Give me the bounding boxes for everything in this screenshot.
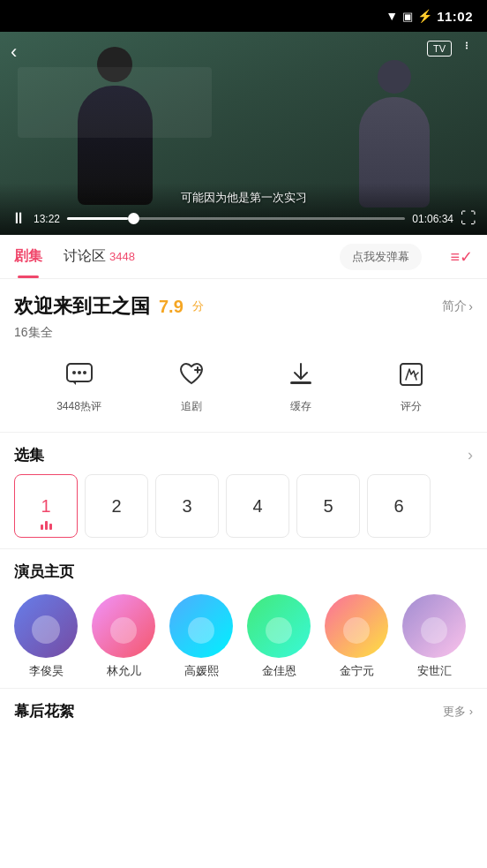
intro-link[interactable]: 简介 ›: [442, 298, 473, 314]
cast-item-6[interactable]: 安世汇: [402, 594, 466, 679]
danmu-list-icon[interactable]: ≡✓: [450, 247, 473, 267]
cast-item-1[interactable]: 李俊昊: [14, 594, 78, 679]
cast-avatar-1: [14, 594, 78, 658]
follow-label: 追剧: [181, 399, 202, 414]
select-episode-header: 选集 ›: [14, 433, 473, 474]
cast-item-5[interactable]: 金宁元: [325, 594, 388, 679]
signal-icon: ▣: [402, 10, 413, 23]
svg-rect-6: [290, 381, 311, 384]
progress-bar[interactable]: [67, 217, 405, 220]
main-content: 欢迎来到王之国 7.9 分 简介 › 16集全 3448热评: [0, 279, 487, 734]
show-title: 欢迎来到王之国: [14, 293, 150, 320]
rate-icon: [392, 355, 431, 394]
rate-button[interactable]: 评分: [392, 355, 431, 414]
cast-avatar-6: [402, 594, 466, 658]
show-rating: 7.9: [159, 297, 184, 317]
cast-avatar-3: [169, 594, 233, 658]
bts-more-link[interactable]: 更多 ›: [443, 704, 473, 720]
show-title-row: 欢迎来到王之国 7.9 分 简介 ›: [14, 293, 473, 320]
cast-scroll: 李俊昊 林允儿 高媛熙: [14, 594, 473, 679]
episode-num-4: 4: [252, 496, 262, 517]
time-elapsed: 13:22: [34, 213, 60, 225]
tab-discussion[interactable]: 讨论区 3448: [64, 235, 135, 278]
video-player: ‹ TV ··· 可能因为他是第一次实习 ⏸ 13:22 01:06:34 ⛶: [0, 32, 487, 235]
tabs-bar: 剧集 讨论区 3448 点我发弹幕 ≡✓: [0, 235, 487, 279]
cast-name-2: 林允儿: [107, 663, 141, 679]
discussion-count: 3448: [109, 250, 135, 263]
bts-section: 幕后花絮 更多 ›: [14, 689, 473, 734]
bar-seg-1: [41, 525, 43, 530]
episode-num-3: 3: [182, 496, 191, 517]
video-controls: 可能因为他是第一次实习 ⏸ 13:22 01:06:34 ⛶: [0, 183, 487, 235]
comment-button[interactable]: 3448热评: [56, 355, 101, 414]
svg-point-3: [83, 371, 86, 374]
episode-item-1[interactable]: 1: [14, 474, 78, 538]
subtitle-text: 可能因为他是第一次实习: [11, 190, 476, 206]
cast-title-row: 演员主页: [14, 562, 473, 582]
episode-item-5[interactable]: 5: [296, 474, 360, 538]
cast-name-1: 李俊昊: [29, 663, 64, 679]
play-pause-button[interactable]: ⏸: [11, 209, 26, 228]
cast-item-2[interactable]: 林允儿: [92, 594, 155, 679]
more-options-button[interactable]: ···: [458, 41, 476, 49]
comment-label: 3448热评: [56, 399, 101, 414]
cast-section: 演员主页 李俊昊 林允儿: [14, 549, 473, 688]
rate-label: 评分: [401, 399, 422, 414]
cast-avatar-5: [325, 594, 388, 658]
episode-num-1: 1: [41, 496, 50, 517]
episode-item-2[interactable]: 2: [85, 474, 148, 538]
heart-plus-icon: [172, 355, 211, 394]
time-display: 11:02: [437, 9, 473, 24]
person-right: [355, 60, 434, 201]
cast-name-6: 安世汇: [417, 663, 452, 679]
download-button[interactable]: 缓存: [281, 355, 320, 414]
rating-unit: 分: [192, 298, 204, 314]
battery-icon: ⚡: [417, 9, 432, 23]
fullscreen-button[interactable]: ⛶: [461, 209, 476, 228]
cast-title: 演员主页: [14, 562, 74, 582]
tv-cast-button[interactable]: TV: [427, 41, 452, 57]
cast-name-3: 高媛熙: [184, 663, 219, 679]
bar-seg-3: [49, 524, 52, 530]
episode-num-6: 6: [393, 496, 403, 517]
episode-item-4[interactable]: 4: [226, 474, 289, 538]
episode-grid: 1 2 3 4 5 6: [14, 474, 473, 548]
status-bar: ▼ ▣ ⚡ 11:02: [0, 0, 487, 32]
cast-item-4[interactable]: 金佳恩: [247, 594, 311, 679]
bts-title: 幕后花絮: [14, 701, 74, 721]
bts-title-row: 幕后花絮 更多 ›: [14, 701, 473, 721]
tab-episodes[interactable]: 剧集: [14, 235, 42, 278]
cast-name-5: 金宁元: [340, 663, 374, 679]
follow-button[interactable]: 追剧: [172, 355, 211, 414]
bar-seg-2: [45, 521, 48, 530]
progress-fill: [67, 217, 128, 220]
progress-row: ⏸ 13:22 01:06:34 ⛶: [11, 209, 476, 228]
download-label: 缓存: [290, 399, 311, 414]
select-episode-more[interactable]: ›: [468, 446, 473, 464]
action-buttons: 3448热评 追剧 缓存: [14, 355, 473, 414]
cast-avatar-4: [247, 594, 311, 658]
select-episode-title: 选集: [14, 445, 44, 465]
time-total: 01:06:34: [412, 213, 453, 225]
office-bg-element: [18, 67, 212, 138]
svg-point-2: [78, 371, 81, 374]
episode-num-5: 5: [323, 496, 333, 517]
status-icons: ▼ ▣ ⚡ 11:02: [386, 9, 473, 24]
comment-icon: [60, 355, 99, 394]
episode-count: 16集全: [14, 325, 473, 341]
download-icon: [281, 355, 320, 394]
svg-point-1: [72, 371, 76, 374]
episode-item-3[interactable]: 3: [155, 474, 219, 538]
episode-item-6[interactable]: 6: [367, 474, 431, 538]
episode-num-2: 2: [111, 496, 121, 517]
cast-avatar-2: [92, 594, 155, 658]
progress-handle[interactable]: [128, 213, 139, 224]
wifi-icon: ▼: [386, 9, 398, 23]
cast-name-4: 金佳恩: [262, 663, 296, 679]
episode-progress-bar: [41, 521, 52, 530]
back-button[interactable]: ‹: [11, 41, 17, 64]
cast-item-3[interactable]: 高媛熙: [169, 594, 233, 679]
danmu-input-button[interactable]: 点我发弹幕: [340, 244, 422, 270]
